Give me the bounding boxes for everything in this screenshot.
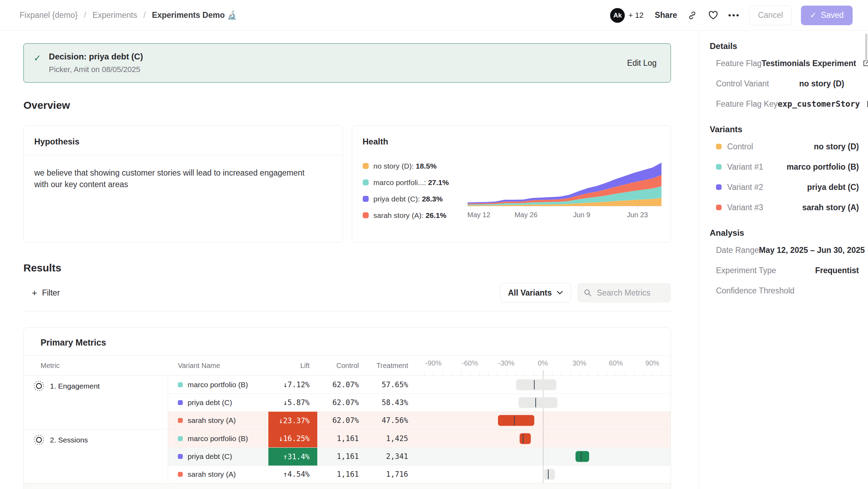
variant-result-row[interactable]: sarah story (A)↑4.54%1,1611,716 [168,465,671,483]
lift-axis-label: -30% [498,359,515,367]
variant-result-row[interactable]: marco portfolio (B)↓16.25%1,1611,425 [168,430,671,447]
variants-dropdown[interactable]: All Variants [500,283,571,303]
variant-color-swatch [363,163,369,169]
lift-axis-tick [461,371,461,375]
variant-value: marco portfolio (B) [787,162,859,172]
analysis-row-confidence-threshold: Confidence Threshold [710,281,859,301]
confidence-interval-bar[interactable] [498,415,534,426]
chart-axis-tick [637,206,638,210]
legend-label: sarah story (A): 26.1% [374,211,447,220]
lift-axis-tick [579,371,580,375]
check-icon: ✓ [810,10,817,20]
confidence-interval-bar[interactable] [576,451,589,462]
breadcrumb-project[interactable]: Fixpanel {demo} [20,10,78,20]
metric-cell[interactable]: 1. Engagement [24,376,168,429]
main-content: ✓ Decision: priya debt (C) Picker, Amit … [0,31,699,489]
variant-name: marco portfolio (B) [188,381,248,389]
scrollbar-thumb[interactable] [865,34,867,62]
decision-title: Decision: priya debt (C) [49,52,143,62]
breadcrumb-experiments[interactable]: Experiments [93,10,137,20]
saved-button[interactable]: ✓ Saved [801,6,853,25]
metric-group: 1. Engagementmarco portfolio (B)↓7.12%62… [24,375,671,429]
cancel-button[interactable]: Cancel [749,6,792,25]
metric-cell[interactable]: 2. Sessions [24,430,168,483]
column-metric: Metric [24,356,168,375]
lift-axis-tick [506,371,507,375]
health-legend-item[interactable]: no story (D): 18.5% [363,158,468,174]
search-metrics-box[interactable] [577,283,671,303]
add-metric-button[interactable]: + Add [24,483,671,489]
collaborator-count[interactable]: + 12 [628,11,643,20]
add-filter-button[interactable]: + Filter [23,288,60,298]
lift-axis-tick [643,371,644,375]
variant-color-swatch [178,454,183,459]
metric-name: 1. Engagement [50,382,100,390]
avatar[interactable]: Ak [610,8,625,23]
feature-flag-link[interactable]: Testimonials Experiment [761,59,856,68]
chart-x-axis [468,206,662,206]
metric-icon [34,434,44,445]
health-legend-item[interactable]: sarah story (A): 26.1% [363,207,468,224]
share-button[interactable]: Share [655,10,677,20]
variant-color-swatch [178,382,183,387]
copy-link-icon[interactable] [686,9,698,21]
health-legend-item[interactable]: marco portfoli...: 27.1% [363,174,468,191]
variant-slot-label: Variant #2 [727,183,763,192]
lift-point-tick [581,452,581,461]
sidebar-variant-row: Variant #3sarah story (A) [710,197,859,218]
variant-color-swatch [363,212,369,218]
hypothesis-body[interactable]: we believe that showing customer stories… [24,155,342,191]
lift-value: ↓7.12% [268,376,317,394]
confidence-interval-bar[interactable] [519,397,557,408]
variant-result-row[interactable]: priya debt (C)↓5.87%62.07%58.43% [168,394,671,411]
variant-name: sarah story (A) [188,470,236,479]
metric-group: 2. Sessionsmarco portfolio (B)↓16.25%1,1… [24,429,671,483]
variant-result-row[interactable]: sarah story (A)↓23.37%62.07%47.56% [168,411,671,429]
more-options-button[interactable]: ••• [728,10,740,20]
primary-metrics-title: Primary Metrics [24,328,671,355]
clipboard-copy-icon[interactable] [866,100,868,108]
variant-result-row[interactable]: priya debt (C)↑31.4%1,1612,341 [168,447,671,465]
edit-log-button[interactable]: Edit Log [627,58,657,68]
confidence-interval-bar[interactable] [516,379,556,390]
lift-axis-tick [451,371,452,375]
variant-color-swatch [178,472,183,477]
confidence-interval-cell [415,430,671,447]
overview-heading: Overview [23,99,671,111]
analysis-row-date-range: Date Range May 12, 2025 – Jun 30, 2025 [710,240,859,260]
variant-value: sarah story (A) [802,203,859,212]
detail-row-feature-flag: Feature Flag Testimonials Experiment [710,53,859,73]
lift-axis-tick [543,370,543,375]
breadcrumb-separator: / [143,10,145,20]
lift-value: ↑4.54% [268,466,317,483]
favorite-heart-icon[interactable] [707,9,719,21]
decision-subtitle: Picker, Amit on 08/05/2025 [49,65,143,74]
lift-value: ↓5.87% [268,394,317,411]
lift-axis-tick [561,371,562,375]
confidence-interval-bar[interactable] [520,433,530,444]
health-legend: no story (D): 18.5%marco portfoli...: 27… [363,155,468,228]
search-icon [584,289,592,297]
lift-axis-label: -90% [425,359,442,367]
lift-axis-label: 60% [609,359,623,367]
decision-banner: ✓ Decision: priya debt (C) Picker, Amit … [23,43,671,83]
health-legend-item[interactable]: priya debt (C): 28.3% [363,191,468,207]
variant-name: sarah story (A) [188,416,236,425]
variant-result-row[interactable]: marco portfolio (B)↓7.12%62.07%57.65% [168,376,671,394]
variant-slot-label: Variant #1 [727,162,763,172]
lift-axis-label: 0% [538,359,548,367]
chart-axis-label: Jun 9 [573,211,590,219]
details-heading: Details [710,41,859,51]
chart-axis-tick [470,206,471,210]
lift-axis-tick [570,371,571,375]
details-sidebar: Details Feature Flag Testimonials Experi… [699,31,868,489]
lift-axis-label: -60% [462,359,478,367]
confidence-interval-bar[interactable] [544,469,555,480]
search-metrics-input[interactable] [597,288,663,298]
treatment-value: 2,341 [386,452,408,461]
lift-point-tick [523,434,523,443]
column-treatment: Treatment [368,356,415,375]
variant-name: marco portfolio (B) [188,434,248,443]
variant-color-swatch [716,144,722,149]
column-control: Control [317,356,368,375]
